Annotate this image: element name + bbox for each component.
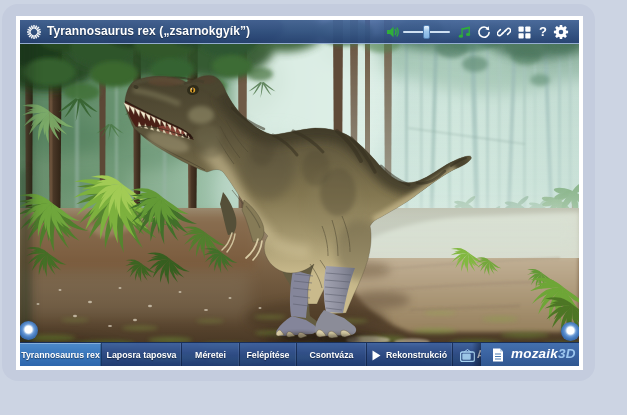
right-hotspot-dot[interactable] <box>561 322 579 341</box>
reset-view-icon[interactable] <box>477 25 491 39</box>
tab-label: Laposra taposva <box>107 350 177 360</box>
logo-panel-shadow <box>472 343 481 366</box>
help-icon[interactable]: ? <box>537 20 549 44</box>
tab-label: Tyrannosaurus rex <box>21 350 100 360</box>
tab-rekonstrukcio[interactable]: Rekonstrukció <box>367 343 453 366</box>
tab-label: Csontváza <box>310 350 354 360</box>
screenshot-root: { "window": { "title": "Tyrannosaurus re… <box>0 0 627 415</box>
volume-slider[interactable] <box>403 31 450 33</box>
apps-grid-icon[interactable] <box>518 26 531 39</box>
logo-part-mozaik: mozaik <box>511 346 558 361</box>
window-content: Tyrannosaurus rex („zsarnokgyík”) <box>20 20 579 366</box>
settings-gear-icon[interactable] <box>553 24 569 40</box>
music-note-icon[interactable] <box>458 25 472 39</box>
document-icon <box>492 348 504 362</box>
sunburst-icon <box>26 24 42 40</box>
tab-tyrannosaurus-rex[interactable]: Tyrannosaurus rex <box>20 343 102 366</box>
mozaik3d-logo: mozaik3D <box>511 343 576 365</box>
logo-part-3d: 3D <box>558 346 576 361</box>
tab-meretei[interactable]: Méretei <box>182 343 240 366</box>
tab-felepitese[interactable]: Felépítése <box>240 343 297 366</box>
title-bar: Tyrannosaurus rex („zsarnokgyík”) <box>20 20 579 44</box>
volume-speaker-icon[interactable] <box>386 25 400 39</box>
tab-label: Felépítése <box>246 350 289 360</box>
tab-label: Rekonstrukció <box>386 350 447 360</box>
window-title: Tyrannosaurus rex („zsarnokgyík”) <box>47 20 250 42</box>
play-icon <box>372 350 381 361</box>
link-icon[interactable] <box>497 25 511 39</box>
help-glyph: ? <box>539 24 547 39</box>
tab-bar: Tyrannosaurus rex Laposra taposva Mérete… <box>20 342 579 366</box>
tab-laposra-taposva[interactable]: Laposra taposva <box>102 343 182 366</box>
tab-label: Méretei <box>195 350 226 360</box>
logo-panel[interactable]: mozaik3D <box>481 343 579 366</box>
app-window: Tyrannosaurus rex („zsarnokgyík”) <box>16 16 583 370</box>
volume-slider-handle[interactable] <box>423 25 430 39</box>
tab-csontvaza[interactable]: Csontváza <box>297 343 367 366</box>
scene-3d-view[interactable] <box>20 20 579 366</box>
